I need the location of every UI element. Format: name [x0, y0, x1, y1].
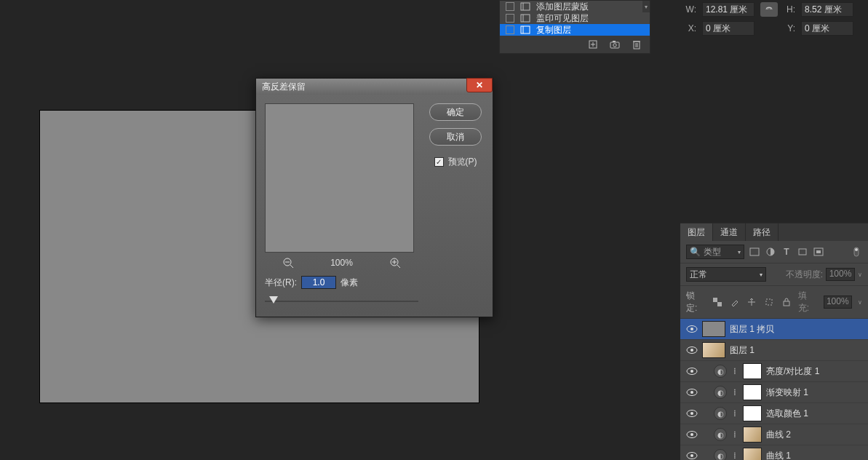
tab-layers[interactable]: 图层 — [680, 223, 713, 241]
trash-icon[interactable] — [631, 39, 642, 50]
tab-channels[interactable]: 通道 — [713, 223, 746, 241]
layer-thumbnail[interactable] — [702, 342, 725, 358]
height-label: H: — [784, 4, 795, 15]
filter-text-icon[interactable]: T — [781, 246, 792, 258]
layer-item[interactable]: ◐ ⁞ 曲线 1 — [680, 445, 868, 460]
close-button[interactable]: ✕ — [466, 78, 493, 92]
checkbox-icon[interactable] — [506, 2, 514, 11]
layer-item[interactable]: 图层 1 拷贝 — [680, 319, 868, 340]
mask-link-icon[interactable]: ⁞ — [731, 408, 738, 419]
height-input[interactable]: 8.52 厘米 — [801, 2, 853, 17]
svg-rect-33 — [784, 301, 789, 306]
zoom-out-icon[interactable] — [282, 257, 294, 269]
radius-input[interactable] — [301, 276, 336, 289]
history-label: 复制图层 — [536, 24, 571, 36]
adjustment-icon: ◐ — [714, 407, 727, 420]
mask-thumbnail[interactable] — [743, 363, 762, 379]
adjustment-icon: ◐ — [714, 449, 727, 460]
lock-all-icon[interactable] — [781, 296, 792, 308]
opacity-input[interactable]: 100% — [826, 268, 855, 281]
mask-thumbnail[interactable] — [743, 427, 762, 443]
layer-name[interactable]: 图层 1 拷贝 — [730, 323, 774, 336]
history-item[interactable]: 盖印可见图层 — [500, 12, 650, 24]
radius-slider[interactable] — [265, 295, 418, 308]
mask-thumbnail[interactable] — [743, 384, 762, 400]
visibility-icon[interactable] — [686, 429, 698, 440]
layer-item[interactable]: ◐ ⁞ 选取颜色 1 — [680, 403, 868, 424]
visibility-icon[interactable] — [686, 323, 698, 335]
filter-image-icon[interactable] — [749, 246, 760, 258]
filter-smart-icon[interactable] — [813, 246, 824, 258]
mask-link-icon[interactable]: ⁞ — [731, 366, 738, 376]
history-item[interactable]: 添加图层蒙版 — [500, 1, 650, 12]
visibility-icon[interactable] — [686, 408, 698, 419]
mask-thumbnail[interactable] — [743, 405, 762, 421]
layer-icon — [520, 2, 530, 11]
checkbox-icon[interactable] — [506, 14, 514, 23]
lock-position-icon[interactable] — [746, 296, 757, 308]
width-input[interactable]: 12.81 厘米 — [702, 2, 754, 17]
new-document-icon[interactable] — [587, 39, 599, 50]
filter-toggle-icon[interactable] — [851, 246, 862, 258]
blend-mode-select[interactable]: 正常 ▾ — [686, 267, 766, 282]
scrollbar[interactable]: ▾ — [642, 1, 650, 12]
layers-panel: 图层 通道 路径 🔍 类型 ▾ T 正常 ▾ 不透明度: 100% ∨ — [680, 223, 868, 460]
mask-link-icon[interactable]: ⁞ — [731, 451, 738, 460]
x-input[interactable]: 0 厘米 — [702, 21, 754, 36]
preview-checkbox-label: 预览(P) — [448, 156, 477, 168]
history-item[interactable]: 复制图层 — [500, 24, 650, 36]
ok-button[interactable]: 确定 — [429, 103, 482, 121]
mask-link-icon[interactable]: ⁞ — [731, 429, 738, 440]
zoom-in-icon[interactable] — [389, 257, 401, 269]
svg-rect-2 — [521, 15, 530, 22]
layer-icon — [520, 25, 530, 34]
layer-item[interactable]: ◐ ⁞ 曲线 2 — [680, 424, 868, 445]
checkbox-icon[interactable] — [506, 25, 514, 34]
layer-item[interactable]: 图层 1 — [680, 340, 868, 361]
svg-rect-30 — [713, 298, 717, 302]
filter-shape-icon[interactable] — [797, 246, 808, 258]
camera-icon[interactable] — [609, 39, 621, 50]
slider-thumb-icon[interactable] — [269, 296, 278, 304]
dialog-title: 高反差保留 — [262, 81, 306, 93]
search-icon: 🔍 — [690, 247, 701, 257]
visibility-icon[interactable] — [686, 450, 698, 460]
filter-preview[interactable] — [265, 103, 414, 253]
lock-transparent-icon[interactable] — [712, 296, 723, 308]
layer-item[interactable]: ◐ ⁞ 渐变映射 1 — [680, 382, 868, 403]
layer-name[interactable]: 亮度/对比度 1 — [766, 365, 819, 378]
svg-point-29 — [855, 248, 858, 251]
link-icon[interactable] — [760, 2, 778, 17]
fill-input[interactable]: 100% — [824, 296, 852, 309]
lock-paint-icon[interactable] — [729, 296, 741, 308]
layer-name[interactable]: 曲线 2 — [766, 429, 791, 441]
filter-adjustment-icon[interactable] — [765, 246, 776, 258]
mask-link-icon[interactable]: ⁞ — [731, 387, 738, 397]
svg-point-39 — [690, 370, 693, 373]
layer-name[interactable]: 图层 1 — [730, 344, 754, 357]
layer-icon — [520, 14, 530, 23]
layer-filter-select[interactable]: 🔍 类型 ▾ — [686, 245, 744, 259]
adjustment-icon: ◐ — [714, 386, 727, 399]
layer-name[interactable]: 曲线 1 — [766, 450, 791, 461]
lock-label: 锁定: — [686, 290, 706, 314]
layer-item[interactable]: ◐ ⁞ 亮度/对比度 1 — [680, 361, 868, 382]
svg-point-43 — [690, 412, 693, 415]
y-input[interactable]: 0 厘米 — [801, 21, 853, 36]
dialog-titlebar[interactable]: 高反差保留 ✕ — [256, 79, 493, 95]
history-label: 盖印可见图层 — [536, 12, 589, 25]
radius-unit: 像素 — [341, 277, 358, 289]
cancel-button[interactable]: 取消 — [429, 128, 482, 146]
preview-checkbox[interactable]: ✓ — [434, 157, 444, 167]
visibility-icon[interactable] — [686, 365, 698, 377]
layers-list: 图层 1 拷贝 图层 1 ◐ ⁞ 亮度/对比度 1 ◐ ⁞ — [680, 319, 868, 460]
tab-paths[interactable]: 路径 — [746, 223, 779, 241]
visibility-icon[interactable] — [686, 344, 698, 356]
lock-artboard-icon[interactable] — [763, 296, 775, 308]
layer-name[interactable]: 渐变映射 1 — [766, 386, 808, 399]
layer-thumbnail[interactable] — [702, 321, 725, 337]
mask-thumbnail[interactable] — [743, 448, 762, 460]
zoom-level: 100% — [330, 258, 353, 268]
layer-name[interactable]: 选取颜色 1 — [766, 408, 808, 420]
visibility-icon[interactable] — [686, 386, 698, 398]
